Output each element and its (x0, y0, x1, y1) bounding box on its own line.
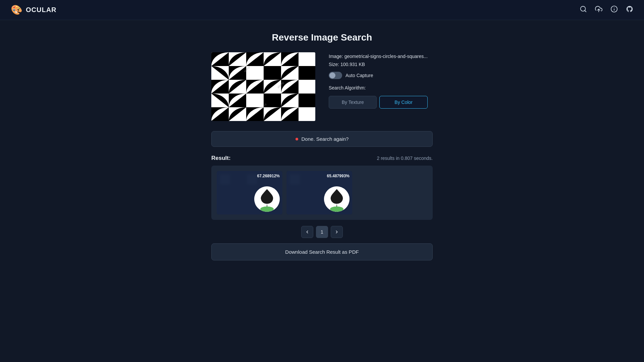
result-card-inner: 67.268912% (217, 171, 282, 215)
svg-rect-24 (299, 80, 315, 94)
auto-capture-toggle[interactable] (329, 72, 342, 79)
result-card-inner: 65.487993% (286, 171, 352, 215)
results-section: Result: 2 results in 0.807 seconds. (211, 155, 433, 238)
result-card[interactable]: 65.487993% (286, 171, 352, 215)
upload-icon[interactable] (595, 5, 602, 14)
navbar: 🎨 OCULAR (0, 0, 644, 20)
prev-page-button[interactable] (301, 226, 313, 238)
svg-rect-30 (299, 94, 315, 107)
results-header: Result: 2 results in 0.807 seconds. (211, 155, 433, 162)
auto-capture-row: Auto Capture (329, 72, 428, 79)
github-icon[interactable] (626, 5, 633, 14)
search-again-section: Done. Search again? (211, 131, 433, 147)
result-logo (254, 186, 280, 212)
svg-rect-36 (299, 107, 315, 121)
info-icon[interactable] (610, 5, 618, 14)
toggle-knob (329, 72, 335, 78)
next-page-button[interactable] (331, 226, 343, 238)
result-card[interactable]: 67.268912% (217, 171, 282, 215)
result-percentage-1: 67.268912% (257, 174, 280, 178)
logo-text: OCULAR (26, 6, 57, 14)
svg-rect-41 (220, 174, 230, 184)
pagination: 1 (211, 226, 433, 238)
navbar-left: 🎨 OCULAR (11, 4, 57, 15)
svg-rect-18 (299, 66, 315, 80)
search-icon[interactable] (580, 5, 587, 14)
svg-line-1 (585, 10, 586, 12)
navbar-right (580, 5, 633, 14)
auto-capture-label: Auto Capture (345, 73, 373, 78)
search-again-button[interactable]: Done. Search again? (211, 131, 433, 147)
red-dot-indicator (296, 138, 298, 140)
download-section: Download Search Result as PDF (211, 243, 433, 260)
svg-rect-12 (299, 52, 315, 66)
upload-section: alamy alamy alamy Image: geometrical-sig… (211, 52, 433, 121)
svg-rect-43 (247, 174, 257, 184)
result-logo (324, 186, 350, 212)
checkerboard-image: alamy alamy alamy (211, 52, 315, 121)
results-stats: 2 results in 0.807 seconds. (377, 156, 433, 161)
algorithm-buttons: By Texture By Color (329, 96, 428, 109)
image-size: Size: 100.931 KB (329, 62, 428, 67)
logo-icon: 🎨 (11, 4, 22, 15)
by-color-button[interactable]: By Color (379, 96, 427, 109)
svg-rect-48 (290, 174, 300, 184)
image-info-panel: Image: geometrical-signs-circles-and-squ… (329, 52, 428, 121)
download-pdf-button[interactable]: Download Search Result as PDF (211, 243, 433, 260)
by-texture-button[interactable]: By Texture (329, 96, 377, 109)
svg-rect-42 (233, 174, 244, 184)
svg-rect-49 (303, 174, 313, 184)
results-label: Result: (211, 155, 231, 162)
result-percentage-2: 65.487993% (327, 174, 350, 178)
image-preview: alamy alamy alamy (211, 52, 315, 121)
image-filename: Image: geometrical-signs-circles-and-squ… (329, 54, 428, 59)
results-grid: 67.268912% (211, 166, 433, 220)
algorithm-label: Search Algorithm: (329, 85, 428, 90)
search-again-label: Done. Search again? (302, 136, 349, 142)
main-content: Reverse Image Search (0, 20, 644, 260)
page-title: Reverse Image Search (272, 32, 372, 43)
page-number-button[interactable]: 1 (316, 226, 328, 238)
